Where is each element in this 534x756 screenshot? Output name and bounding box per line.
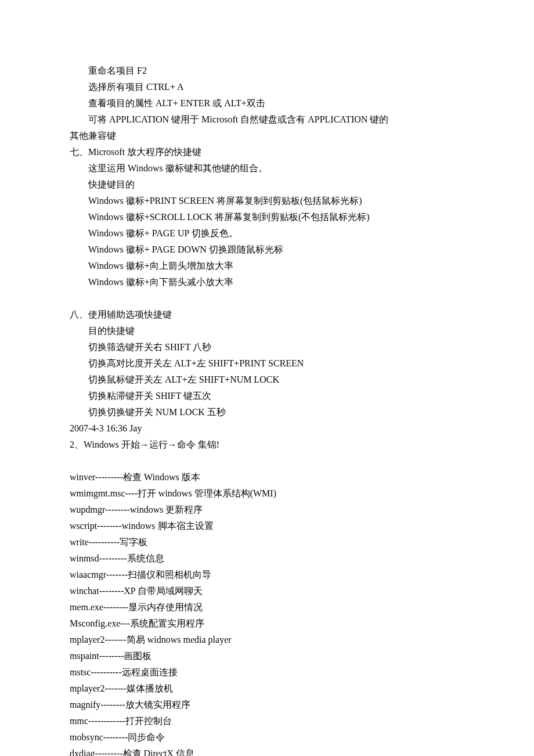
text-line: 这里运用 Windows 徽标键和其他键的组合。 [70, 160, 464, 177]
text-line: mem.exe--------显示内存使用情况 [70, 599, 464, 615]
text-line: 八、使用辅助选项快捷键 [70, 307, 464, 323]
text-line: 切换切换键开关 NUM LOCK 五秒 [70, 404, 464, 420]
text-line: 切换鼠标键开关左 ALT+左 SHIFT+NUM LOCK [70, 372, 464, 388]
text-line: 目的快捷键 [70, 323, 464, 339]
text-line: 其他兼容键 [70, 128, 464, 144]
text-line: 2007-4-3 16:36 Jay [70, 420, 464, 437]
text-line: Windows 徽标+SCROLL LOCK 将屏幕复制到剪贴板(不包括鼠标光标… [70, 209, 464, 225]
text-line: 查看项目的属性 ALT+ ENTER 或 ALT+双击 [70, 95, 464, 111]
text-line: wiaacmgr-------扫描仪和照相机向导 [70, 567, 464, 583]
text-line: mspaint--------画图板 [70, 648, 464, 664]
text-line: mplayer2-------简易 widnows media player [70, 632, 464, 648]
text-line: 快捷键目的 [70, 177, 464, 193]
text-line: mmc------------打开控制台 [70, 713, 464, 729]
text-line: Msconfig.exe---系统配置实用程序 [70, 615, 464, 632]
text-line: wmimgmt.msc----打开 windows 管理体系结构(WMI) [70, 485, 464, 502]
text-line: mobsync--------同步命令 [70, 729, 464, 746]
text-line: 切换高对比度开关左 ALT+左 SHIFT+PRINT SCREEN [70, 355, 464, 372]
text-line: winchat--------XP 自带局域网聊天 [70, 583, 464, 599]
blank-line [70, 453, 464, 469]
text-line: magnify--------放大镜实用程序 [70, 697, 464, 713]
text-line: 七、Microsoft 放大程序的快捷键 [70, 144, 464, 160]
text-line: 重命名项目 F2 [70, 63, 464, 79]
text-line: winver---------检查 Windows 版本 [70, 469, 464, 485]
text-line: Windows 徽标+向下箭头减小放大率 [70, 274, 464, 290]
text-line: 可将 APPLICATION 键用于 Microsoft 自然键盘或含有 APP… [70, 111, 464, 128]
text-line: Windows 徽标+ PAGE UP 切换反色。 [70, 225, 464, 242]
text-line: Windows 徽标+向上箭头增加放大率 [70, 258, 464, 274]
text-line: dxdiag---------检查 DirectX 信息 [70, 746, 464, 756]
text-line: Windows 徽标+PRINT SCREEN 将屏幕复制到剪贴板(包括鼠标光标… [70, 193, 464, 209]
blank-line [70, 290, 464, 307]
text-line: 切换筛选键开关右 SHIFT 八秒 [70, 339, 464, 355]
text-line: 2、Windows 开始→运行→命令 集锦! [70, 437, 464, 453]
text-line: mstsc----------远程桌面连接 [70, 664, 464, 681]
text-line: 选择所有项目 CTRL+ A [70, 79, 464, 95]
text-line: wscript--------windows 脚本宿主设置 [70, 518, 464, 534]
text-line: mplayer2-------媒体播放机 [70, 681, 464, 697]
text-line: wupdmgr--------windows 更新程序 [70, 502, 464, 518]
document-page: 重命名项目 F2选择所有项目 CTRL+ A查看项目的属性 ALT+ ENTER… [0, 0, 534, 756]
text-line: write----------写字板 [70, 534, 464, 550]
text-line: Windows 徽标+ PAGE DOWN 切换跟随鼠标光标 [70, 242, 464, 258]
text-line: 切换粘滞键开关 SHIFT 键五次 [70, 388, 464, 404]
text-line: winmsd---------系统信息 [70, 550, 464, 567]
